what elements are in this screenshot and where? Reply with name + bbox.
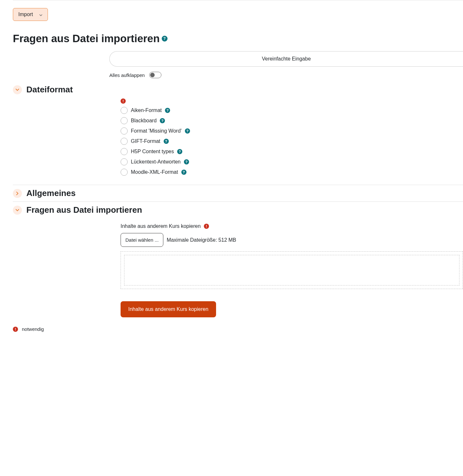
submit-copy-button[interactable]: Inhalte aus anderem Kurs kopieren — [121, 301, 216, 317]
import-dropdown[interactable]: Import — [13, 8, 48, 21]
help-icon[interactable]: ? — [165, 108, 170, 113]
format-option[interactable]: Format 'Missing Word' ? — [121, 127, 463, 135]
required-label: notwendig — [22, 326, 44, 332]
section-file-format-header[interactable]: Dateiformat — [13, 81, 463, 98]
required-icon: ! — [204, 224, 209, 229]
import-dropdown-label: Import — [18, 12, 33, 17]
help-icon[interactable]: ? — [177, 149, 182, 154]
format-option[interactable]: Blackboard ? — [121, 117, 463, 124]
help-icon[interactable]: ? — [184, 159, 189, 164]
format-option[interactable]: H5P Content types ? — [121, 148, 463, 155]
format-option[interactable]: Lückentext-Antworten ? — [121, 158, 463, 165]
format-radio[interactable] — [121, 138, 128, 145]
help-icon[interactable]: ? — [181, 170, 186, 175]
simplified-input-button[interactable]: Vereinfachte Eingabe — [109, 51, 463, 67]
format-label: Moodle-XML-Format — [131, 169, 178, 175]
chevron-down-icon — [39, 12, 42, 17]
format-radio[interactable] — [121, 127, 128, 135]
help-icon[interactable]: ? — [185, 128, 190, 134]
section-import-file-title: Fragen aus Datei importieren — [26, 205, 142, 215]
file-dropzone[interactable] — [121, 251, 463, 289]
page-heading: Fragen aus Datei importieren ? — [13, 33, 463, 45]
chevron-down-icon — [13, 206, 22, 215]
section-import-file-header[interactable]: Fragen aus Datei importieren — [13, 202, 463, 218]
simplified-input-label: Vereinfachte Eingabe — [262, 56, 311, 61]
chevron-right-icon — [13, 189, 22, 198]
format-radio[interactable] — [121, 169, 128, 176]
file-dropzone-inner — [124, 255, 459, 285]
format-label: Lückentext-Antworten — [131, 159, 181, 165]
expand-all-label: Alles aufklappen — [109, 72, 145, 78]
format-label: GIFT-Format — [131, 138, 160, 144]
copy-content-label: Inhalte aus anderem Kurs kopieren — [121, 223, 201, 229]
choose-file-label: Datei wählen ... — [125, 237, 159, 243]
copy-content-label-row: Inhalte aus anderem Kurs kopieren ! — [121, 223, 463, 229]
format-option[interactable]: GIFT-Format ? — [121, 138, 463, 145]
section-general-header[interactable]: Allgemeines — [13, 185, 463, 201]
format-radio[interactable] — [121, 117, 128, 124]
expand-all-toggle[interactable] — [149, 72, 161, 78]
chevron-down-icon — [13, 85, 22, 94]
format-label: Blackboard — [131, 118, 157, 124]
format-label: H5P Content types — [131, 149, 174, 154]
section-file-format-title: Dateiformat — [26, 85, 73, 95]
required-legend: ! notwendig — [13, 326, 463, 338]
format-radio[interactable] — [121, 158, 128, 165]
help-icon[interactable]: ? — [164, 139, 169, 144]
submit-copy-label: Inhalte aus anderem Kurs kopieren — [128, 306, 208, 312]
toggle-knob — [150, 73, 155, 77]
choose-file-button[interactable]: Datei wählen ... — [121, 233, 163, 247]
required-icon: ! — [13, 327, 18, 332]
page-heading-text: Fragen aus Datei importieren — [13, 33, 160, 45]
max-file-size: Maximale Dateigröße: 512 MB — [167, 237, 236, 243]
format-radio[interactable] — [121, 107, 128, 114]
format-option[interactable]: Moodle-XML-Format ? — [121, 169, 463, 176]
section-general-title: Allgemeines — [26, 188, 76, 198]
format-radio[interactable] — [121, 148, 128, 155]
format-label: Format 'Missing Word' — [131, 128, 182, 134]
help-icon[interactable]: ? — [160, 118, 165, 123]
required-icon: ! — [121, 98, 126, 104]
file-format-options: ! Aiken-Format ? Blackboard ? Format 'Mi… — [121, 98, 463, 185]
help-icon[interactable]: ? — [162, 36, 168, 42]
format-label: Aiken-Format — [131, 107, 162, 113]
format-option[interactable]: Aiken-Format ? — [121, 107, 463, 114]
